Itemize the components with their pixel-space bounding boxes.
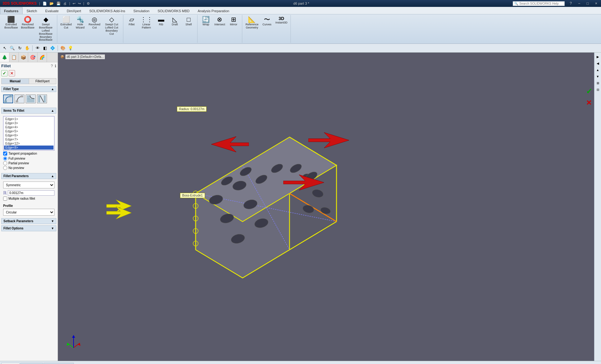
tab-mbd[interactable]: SOLIDWORKS MBD: [153, 7, 193, 14]
revolved-cut-btn[interactable]: ◎ RevolvedCut: [87, 16, 102, 36]
fillet-options-section-header[interactable]: Fillet Options ▼: [1, 225, 56, 231]
fillet-info-icon[interactable]: ℹ: [55, 64, 56, 68]
tab-dimxpert[interactable]: DimXpert: [63, 7, 85, 14]
ok-button[interactable]: ✓: [1, 70, 8, 76]
extruded-cut-btn[interactable]: ⬜ ExtrudedCut: [59, 16, 73, 36]
param-type-row: Symmetric Asymmetric Keep features: [3, 182, 54, 188]
fillet-type-constant[interactable]: [3, 95, 13, 103]
right-sidebar-btn5[interactable]: ⊞: [595, 80, 601, 86]
fillet-type-section-header[interactable]: Fillet Type ▲: [1, 86, 56, 92]
linear-pattern-icon: ⋮⋮: [140, 16, 153, 23]
list-item-edge8[interactable]: Edge<8>: [4, 146, 54, 150]
lighting-btn[interactable]: 💡: [67, 45, 74, 52]
open-icon[interactable]: 📂: [49, 2, 54, 6]
panel-tab-list[interactable]: 📋: [9, 53, 19, 62]
fillet-btn[interactable]: ▱ Fillet: [125, 16, 138, 30]
help-icon[interactable]: ?: [568, 1, 573, 6]
hole-wizard-btn[interactable]: 🔩 HoleWizard: [74, 16, 87, 36]
extruded-boss-base-btn[interactable]: ⬛ ExtrudedBoss/Base: [3, 16, 19, 42]
fillet-help-icon[interactable]: ?: [51, 64, 53, 68]
no-preview-radio[interactable]: [3, 166, 7, 170]
right-sidebar-btn6[interactable]: ⊟: [595, 87, 601, 92]
tab-sketch[interactable]: Sketch: [23, 7, 41, 14]
accept-checkmark[interactable]: ✓: [586, 87, 592, 96]
items-to-fillet-list[interactable]: Edge<1> Edge<3> Edge<4> Edge<5> Edge<6> …: [3, 116, 54, 151]
items-section-header[interactable]: Items To Fillet ▲: [1, 108, 56, 114]
tab-evaluate[interactable]: Evaluate: [41, 7, 63, 14]
materials-btn[interactable]: 🎨: [59, 45, 66, 52]
section-view-btn[interactable]: ◧: [42, 45, 49, 52]
right-sidebar-btn1[interactable]: ▶: [595, 54, 601, 59]
bottom-tab-3dviews[interactable]: 3D Views: [20, 363, 43, 364]
fillet-type-label: Fillet Type: [3, 87, 19, 91]
tab-simulation[interactable]: Simulation: [129, 7, 153, 14]
cancel-button[interactable]: ✕: [9, 70, 15, 76]
wrap-btn[interactable]: 🔄 Wrap: [199, 16, 213, 27]
shell-btn[interactable]: □ Shell: [182, 16, 195, 30]
mirror-btn[interactable]: ⊞ Mirror: [227, 16, 240, 27]
swept-cut-btn[interactable]: ◇ Swept CutLofted CutBoundary Cut: [102, 16, 121, 36]
undo-icon[interactable]: ↩: [73, 2, 75, 6]
search-input[interactable]: [519, 2, 563, 5]
curves-btn[interactable]: 〜 Curves: [260, 16, 274, 30]
draft-btn[interactable]: ◺ Draft: [168, 16, 182, 30]
tab-analysis[interactable]: Analysis Preparation: [194, 7, 234, 14]
save-icon[interactable]: 💾: [56, 2, 61, 6]
fillet-type-face[interactable]: [26, 95, 36, 103]
display-style-btn[interactable]: 💠: [49, 45, 56, 52]
swept-boss-base-btn[interactable]: ◆ Swept Boss/BaseLofted Boss/BaseBoundar…: [36, 16, 55, 42]
list-item-edge1[interactable]: Edge<1>: [4, 117, 54, 121]
linear-pattern-btn[interactable]: ⋮⋮ LinearPattern: [139, 16, 154, 30]
view-orient-btn[interactable]: 👁: [34, 45, 41, 52]
fillet-tab-filletxpert[interactable]: FilletXpert: [29, 79, 56, 84]
redo-icon[interactable]: ↪: [78, 2, 81, 6]
right-sidebar-btn3[interactable]: ▲: [595, 67, 601, 73]
fillet-tab-manual[interactable]: Manual: [2, 79, 29, 84]
setback-section-header[interactable]: Setback Parameters ▼: [1, 218, 56, 224]
panel-tab-target[interactable]: 🎯: [28, 53, 38, 62]
tangent-propagation-checkbox[interactable]: [3, 151, 7, 156]
fillet-type-full[interactable]: [37, 95, 47, 103]
bottom-tab-motion[interactable]: Motion Study 1: [44, 363, 74, 364]
list-item-edge5[interactable]: Edge<5>: [4, 129, 54, 133]
minimize-btn[interactable]: −: [577, 1, 582, 6]
partial-preview-radio[interactable]: [3, 161, 7, 165]
search-bar[interactable]: 🔍: [513, 1, 565, 6]
intersect-btn[interactable]: ⊗ Intersect: [213, 16, 227, 27]
list-item-edge6[interactable]: Edge<6>: [4, 133, 54, 137]
zoom-btn[interactable]: 🔍: [9, 45, 16, 52]
right-sidebar-btn2[interactable]: ◀: [595, 60, 601, 66]
reference-geometry-btn[interactable]: 📐 ReferenceGeometry: [244, 16, 260, 30]
list-item-edge7[interactable]: Edge<7>: [4, 137, 54, 141]
close-btn[interactable]: ×: [594, 1, 598, 6]
radius-input[interactable]: [8, 190, 54, 196]
settings-icon[interactable]: ⚙: [87, 2, 90, 6]
revolved-boss-base-btn[interactable]: ⭕ RevolvedBoss/Base: [20, 16, 36, 42]
pan-btn[interactable]: ✋: [24, 45, 31, 52]
select-tool-btn[interactable]: ↖: [1, 45, 8, 52]
list-item-edge12[interactable]: Edge<12>: [4, 141, 54, 146]
viewport[interactable]: 📦 d6 part 3 (Default<<Defa...: [58, 53, 594, 361]
panel-tab-tree[interactable]: 🌲: [0, 53, 9, 62]
tab-features[interactable]: Features: [0, 7, 23, 14]
reject-x[interactable]: ✕: [586, 99, 592, 107]
panel-tab-3d[interactable]: 📦: [19, 53, 28, 62]
panel-tab-color[interactable]: 🌈: [38, 53, 47, 62]
full-preview-radio[interactable]: [3, 156, 7, 161]
profile-dropdown[interactable]: Circular Curvature continuous Conic rho …: [3, 209, 54, 216]
param-type-dropdown[interactable]: Symmetric Asymmetric Keep features: [3, 182, 54, 188]
right-sidebar-btn4[interactable]: ▼: [595, 74, 601, 79]
print-icon[interactable]: 🖨: [63, 2, 67, 5]
multiple-radius-checkbox[interactable]: [3, 197, 7, 201]
instant3d-btn[interactable]: 3D Instant3D: [274, 16, 289, 30]
list-item-edge3[interactable]: Edge<3>: [4, 121, 54, 125]
bottom-tab-model[interactable]: Model: [1, 363, 20, 364]
tab-addins[interactable]: SOLIDWORKS Add-Ins: [85, 7, 129, 14]
restore-btn[interactable]: □: [585, 1, 590, 6]
rib-btn[interactable]: ▬ Rib: [155, 16, 168, 30]
new-icon[interactable]: 📄: [43, 2, 47, 6]
fillet-params-section-header[interactable]: Fillet Parameters ▲: [1, 173, 56, 179]
fillet-type-variable[interactable]: [14, 95, 24, 103]
list-item-edge4[interactable]: Edge<4>: [4, 125, 54, 129]
rotate-btn[interactable]: ↻: [16, 45, 23, 52]
